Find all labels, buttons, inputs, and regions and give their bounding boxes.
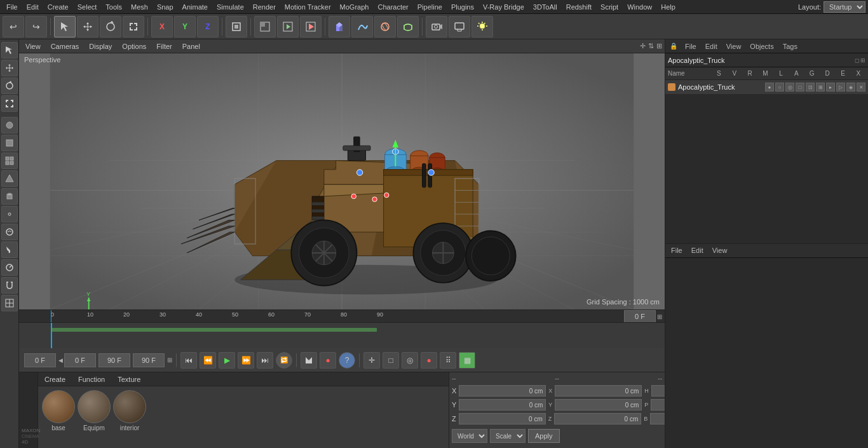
viewport-canvas[interactable]: Perspective: [19, 53, 665, 309]
render-button[interactable]: [300, 16, 322, 37]
material-base[interactable]: base: [42, 390, 75, 431]
coord-p-val[interactable]: [651, 399, 665, 411]
timeline-track[interactable]: [19, 323, 665, 348]
next-frame-button[interactable]: ⏩: [238, 352, 254, 369]
obj-panel-menu-5[interactable]: Tags: [780, 42, 801, 51]
record-button[interactable]: ●: [320, 352, 336, 369]
vp-menu-panel[interactable]: Panel: [179, 41, 204, 51]
obj-icon-x[interactable]: ▷: [836, 83, 845, 92]
redo-button[interactable]: ↪: [25, 16, 47, 37]
light-button[interactable]: [471, 16, 493, 37]
menu-redshift[interactable]: Redshift: [562, 2, 595, 12]
menu-edit[interactable]: Edit: [23, 2, 43, 12]
obj-icon-render[interactable]: ○: [775, 83, 784, 92]
pb-box-button[interactable]: □: [383, 352, 399, 369]
lt-arrow-button[interactable]: [1, 42, 18, 58]
pb-move-button[interactable]: ✛: [363, 352, 380, 369]
obj-panel-menu-2[interactable]: Edit: [702, 42, 721, 51]
menu-snap[interactable]: Snap: [153, 2, 177, 12]
obj-icon-3[interactable]: ✕: [857, 83, 865, 92]
pb-grid-button[interactable]: ⠿: [440, 352, 456, 369]
help-button[interactable]: ?: [339, 352, 355, 369]
rotate-tool-button[interactable]: [100, 16, 121, 37]
obj-icon-lock[interactable]: □: [796, 83, 804, 92]
frame-stepper-2[interactable]: ⊞: [167, 356, 172, 363]
cube-button[interactable]: [329, 16, 350, 37]
frame-stepper[interactable]: ⊞: [657, 313, 662, 320]
vp-menu-cameras[interactable]: Cameras: [47, 41, 83, 51]
frame-input[interactable]: [624, 310, 656, 323]
goto-start-button[interactable]: ⏮: [180, 352, 197, 369]
lt-magnet-button[interactable]: [1, 277, 18, 294]
vp-menu-filter[interactable]: Filter: [153, 41, 175, 51]
lt-sculpt-button[interactable]: [1, 224, 18, 240]
prev-frame-button[interactable]: ⏪: [200, 352, 216, 369]
mat-menu-create[interactable]: Create: [41, 374, 69, 384]
coord-z-size[interactable]: [554, 413, 641, 424]
mat-menu-function[interactable]: Function: [74, 374, 109, 384]
menu-motion-tracker[interactable]: Motion Tracker: [281, 2, 335, 12]
lt-cross-button[interactable]: [1, 60, 18, 76]
menu-vray[interactable]: V-Ray Bridge: [479, 2, 528, 12]
menu-3dtoall[interactable]: 3DToAll: [529, 2, 561, 12]
pb-display2-button[interactable]: ▦: [459, 352, 475, 369]
menu-simulate[interactable]: Simulate: [213, 2, 248, 12]
vp-menu-display[interactable]: Display: [85, 41, 116, 51]
attr-menu-file[interactable]: File: [668, 246, 686, 255]
pb-rotate2-button[interactable]: ◎: [402, 352, 418, 369]
object-mode-button[interactable]: [226, 16, 247, 37]
z-axis-button[interactable]: Z: [197, 16, 219, 37]
menu-mesh[interactable]: Mesh: [127, 2, 152, 12]
record-position-button[interactable]: [301, 352, 317, 369]
obj-icon-anim[interactable]: ⊡: [806, 83, 815, 92]
layout-select[interactable]: Startup: [824, 1, 865, 13]
lt-box-button[interactable]: [1, 135, 18, 151]
render-view-button[interactable]: [277, 16, 299, 37]
obj-icon-deform[interactable]: ◎: [785, 83, 794, 92]
camera-button[interactable]: [426, 16, 447, 37]
coord-y-pos[interactable]: [459, 399, 546, 411]
coord-z-pos[interactable]: [459, 413, 546, 424]
undo-button[interactable]: ↩: [3, 16, 24, 37]
coord-y-size[interactable]: [555, 399, 642, 411]
vp-icon-2[interactable]: ⇅: [648, 42, 654, 50]
world-space-select[interactable]: World: [452, 429, 487, 443]
lt-subdivide-button[interactable]: [1, 295, 18, 311]
menu-file[interactable]: File: [3, 2, 22, 12]
menu-mograph[interactable]: MoGraph: [336, 2, 373, 12]
coord-x-size[interactable]: [555, 385, 642, 397]
deformer-button[interactable]: [397, 16, 419, 37]
vp-menu-options[interactable]: Options: [118, 41, 150, 51]
menu-create[interactable]: Create: [44, 2, 72, 12]
lt-rotate-button[interactable]: [1, 78, 18, 94]
obj-icon-cam[interactable]: ⊞: [816, 83, 825, 92]
material-interior[interactable]: interior: [113, 390, 146, 431]
lt-sphere-button[interactable]: [1, 117, 18, 133]
menu-animate[interactable]: Animate: [179, 2, 212, 12]
mat-menu-texture[interactable]: Texture: [114, 374, 144, 384]
goto-end-button[interactable]: ⏭: [257, 352, 273, 369]
attr-menu-view[interactable]: View: [709, 246, 731, 255]
object-row[interactable]: Apocalyptic_Truck ● ○ ◎ □ ⊡ ⊞ ▸ ▷ ◈ ✕: [665, 80, 868, 94]
move-tool-button[interactable]: [77, 16, 98, 37]
timeline-ruler[interactable]: 0 10 20 30 40 50 60 70 80 90 ⊞: [19, 310, 665, 323]
current-frame-input[interactable]: [64, 353, 96, 367]
lt-cylinder-button[interactable]: [1, 188, 18, 205]
pb-record2-button[interactable]: ●: [421, 352, 437, 369]
obj-panel-menu-1[interactable]: File: [682, 42, 700, 51]
obj-panel-menu-3[interactable]: View: [723, 42, 745, 51]
lt-scale-button[interactable]: [1, 95, 18, 112]
menu-character[interactable]: Character: [374, 2, 412, 12]
apply-button[interactable]: Apply: [528, 429, 560, 443]
vp-icon-3[interactable]: ⊞: [656, 42, 662, 50]
menu-pipeline[interactable]: Pipeline: [414, 2, 446, 12]
spline-button[interactable]: [351, 16, 373, 37]
menu-select[interactable]: Select: [74, 2, 101, 12]
lt-pen-button[interactable]: [1, 206, 18, 222]
menu-render[interactable]: Render: [249, 2, 280, 12]
menu-plugins[interactable]: Plugins: [447, 2, 478, 12]
obj-panel-menu-4[interactable]: Objects: [747, 42, 776, 51]
render-region-button[interactable]: [254, 16, 276, 37]
scale-select[interactable]: Scale: [490, 429, 526, 443]
play-button[interactable]: ▶: [219, 352, 235, 369]
